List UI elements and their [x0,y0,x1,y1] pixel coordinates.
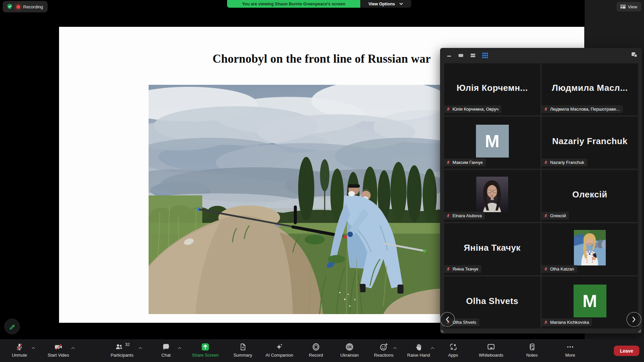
mic-muted-icon [544,160,548,165]
recording-status-chip: Recording [3,1,48,12]
minimize-icon [447,53,451,58]
slide-photo-chornobyl-field [149,85,440,314]
more-label: More [555,353,586,358]
participant-name-chip: Elnara Aiubova [444,212,485,220]
view-options-button[interactable]: View Options [360,0,411,8]
notes-button[interactable]: Notes [517,342,547,358]
unmute-options-caret[interactable] [32,347,35,350]
participant-tile[interactable]: Nazariy Franchuk Nazariy Franchuk [542,117,638,169]
participant-display-name: Яніна Ткачук [464,243,521,256]
participant-tile[interactable]: M Mariana Kichkovska [542,277,638,328]
raise-hand-options-caret[interactable] [431,347,434,350]
reactions-button[interactable]: Reactions [366,342,401,358]
reactions-label: Reactions [366,353,401,358]
participants-options-caret[interactable] [139,347,142,350]
reactions-options-caret[interactable] [393,347,396,350]
view-button[interactable]: View [616,2,641,11]
chat-options-caret[interactable] [178,347,181,350]
panel-header [440,48,642,63]
video-tile-grid: Юлія Корчемн... Юлія Корчемна, Овруч Люд… [444,63,638,328]
participant-name-chip: Яніна Ткачук [444,265,481,273]
avatar: M [476,125,509,158]
annotate-button[interactable] [4,319,20,334]
resize-handle[interactable] [637,328,641,333]
next-page-button[interactable] [627,312,641,327]
pencil-icon [8,323,16,330]
whiteboards-icon [487,343,495,351]
participant-display-name: Людмила Масл... [552,83,628,96]
record-button[interactable]: Record [300,342,332,358]
grid-view-icon [621,5,626,9]
record-label: Record [300,353,332,358]
mic-muted-icon [446,107,450,111]
participant-display-name: Олексій [572,189,607,202]
chevron-left-icon [445,316,449,322]
leave-button[interactable]: Leave [614,346,639,356]
whiteboards-button[interactable]: Whiteboards [469,342,513,358]
view-options-label: View Options [369,2,395,6]
speaker-view-button[interactable] [458,52,464,58]
strip-view-button[interactable] [470,52,476,58]
start-video-button[interactable]: Start Video [40,342,77,358]
participant-display-name: Юлія Корчемн... [457,83,528,96]
minimize-panel-button[interactable] [446,52,452,58]
pop-out-panel-button[interactable] [631,51,638,58]
participants-video-panel: Юлія Корчемн... Юлія Корчемна, Овруч Люд… [440,48,642,334]
apps-button[interactable]: Apps [439,342,468,358]
participant-label: Olha Shvets [452,320,476,325]
summary-label: Summary [225,353,260,358]
participant-video-photo [574,230,606,265]
more-button[interactable]: More [555,342,586,358]
participant-label: Людмила Маслова, Першотраве... [550,107,620,112]
notes-label: Notes [517,353,547,358]
participant-name-chip: Максим Ганчук [444,159,486,166]
view-button-label: View [628,4,637,9]
ai-companion-button[interactable]: AI Companion [260,342,299,358]
reactions-icon [379,343,388,351]
share-screen-label: Share Screen [186,353,224,358]
participant-label: Яніна Ткачук [452,266,478,272]
participant-tile[interactable]: Людмила Масл... Людмила Маслова, Першотр… [542,63,638,115]
participant-label: Olha Katzan [550,266,574,272]
strip-view-icon [470,53,476,58]
participant-tile[interactable]: Яніна Ткачук Яніна Ткачук [444,223,540,275]
participants-button[interactable]: 32 Participants [98,342,146,358]
participant-label: Олексій [550,213,566,218]
summary-button[interactable]: Summary [225,342,260,358]
participant-tile[interactable]: Олексій Олексій [542,170,638,222]
participant-name-chip: Mariana Kichkovska [542,318,592,326]
start-video-label: Start Video [40,353,77,358]
chevron-right-icon [632,316,636,322]
meeting-toolbar: Unmute Start Video [0,339,644,362]
gallery-view-button[interactable] [482,52,489,59]
mic-muted-icon [446,214,450,218]
unmute-button[interactable]: Unmute [3,342,36,358]
interpretation-button[interactable]: UK Ukrainian [333,342,366,358]
ai-companion-icon [275,343,284,351]
participant-tile[interactable]: Olha Katzan [542,223,638,275]
participants-label: Participants [98,353,146,358]
participant-tile[interactable]: M Максим Ганчук [444,117,540,169]
participant-tile[interactable]: Olha Shvets Olha Shvets [444,277,540,328]
participant-name-chip: Олексій [542,212,569,220]
share-screen-button[interactable]: Share Screen [186,342,224,358]
mic-muted-icon [544,107,548,111]
video-options-caret[interactable] [71,347,74,350]
pop-out-icon [631,52,637,57]
apps-icon [449,343,458,351]
avatar: M [574,285,606,317]
video-muted-icon [54,343,63,351]
resize-handle[interactable] [441,328,445,333]
chat-button[interactable]: Chat [148,342,184,358]
raise-hand-icon [415,343,423,351]
raise-hand-label: Raise Hand [400,353,437,358]
participant-tile[interactable]: Elnara Aiubova [444,170,540,222]
previous-page-button[interactable] [440,312,455,327]
participant-tile[interactable]: Юлія Корчемн... Юлія Корчемна, Овруч [444,63,540,115]
mic-muted-icon [544,320,548,324]
more-dots-icon [566,343,575,351]
security-shield-icon [6,3,13,10]
whiteboards-label: Whiteboards [469,353,513,358]
raise-hand-button[interactable]: Raise Hand [400,342,437,358]
participant-name-chip: Olha Katzan [542,265,577,273]
